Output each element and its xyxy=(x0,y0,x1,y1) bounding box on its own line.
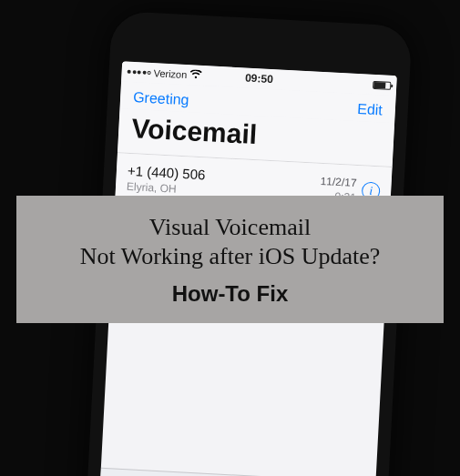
overlay-line2: Not Working after iOS Update? xyxy=(26,243,434,270)
overlay-line1: Visual Voicemail xyxy=(26,214,434,241)
wifi-icon xyxy=(189,69,202,81)
voicemail-date: 11/2/17 xyxy=(320,174,357,188)
battery-icon xyxy=(373,80,391,89)
status-right xyxy=(273,76,392,90)
overlay-line3: How-To Fix xyxy=(26,281,434,307)
status-time: 09:50 xyxy=(245,72,273,86)
greeting-link[interactable]: Greeting xyxy=(133,89,189,108)
edit-link[interactable]: Edit xyxy=(357,101,383,118)
tab-bar: Favorites Recents Contacts Keypad xyxy=(98,468,375,476)
signal-dots-icon xyxy=(128,70,151,75)
tab-favorites[interactable]: Favorites xyxy=(98,469,156,476)
tab-recents[interactable]: Recents xyxy=(154,471,211,476)
status-left: Verizon xyxy=(127,66,245,84)
title-overlay: Visual Voicemail Not Working after iOS U… xyxy=(16,196,444,323)
carrier-label: Verizon xyxy=(153,67,187,80)
